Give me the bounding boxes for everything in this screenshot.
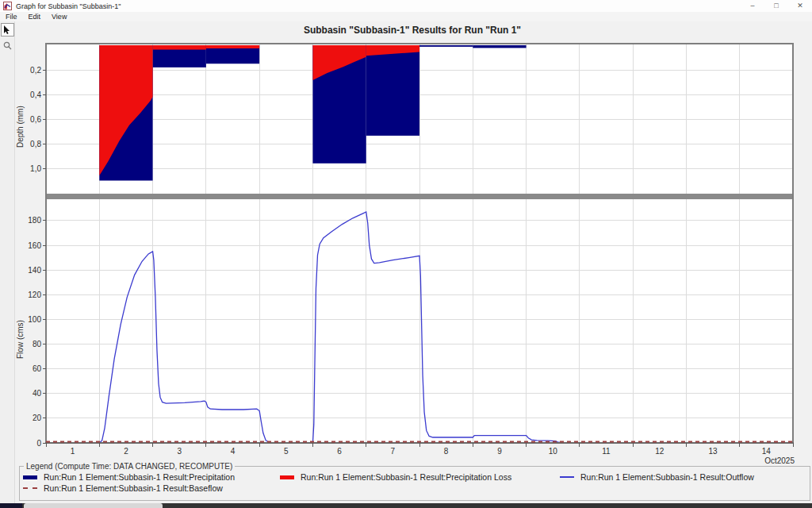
day-label: 6 xyxy=(337,447,342,456)
precipitation-loss-area xyxy=(153,45,206,49)
flow-tick-label: 140 xyxy=(28,266,41,275)
day-label: 4 xyxy=(231,447,236,456)
legend-box: Legend (Compute Time: DATA CHANGED, RECO… xyxy=(19,462,810,501)
day-label: 10 xyxy=(549,447,558,456)
precipitation-loss-swatch-icon xyxy=(280,475,294,479)
panel-divider xyxy=(45,194,794,199)
depth-tick-label: 0,2 xyxy=(30,66,41,75)
flow-tick-label: 20 xyxy=(33,414,42,422)
depth-tick-label: 0,8 xyxy=(30,140,41,148)
outflow-swatch-icon xyxy=(560,476,574,478)
day-label: 13 xyxy=(709,447,718,456)
legend-item-precipitation-loss: Run:Run 1 Element:Subbasin-1 Result:Prec… xyxy=(280,472,560,482)
flow-tick-label: 120 xyxy=(28,291,41,299)
depth-tick-label: 1,0 xyxy=(30,164,41,173)
legend-label: Run:Run 1 Element:Subbasin-1 Result:Prec… xyxy=(44,472,235,482)
flow-tick-label: 60 xyxy=(33,364,42,373)
depth-tick-label: 0,6 xyxy=(30,115,41,124)
legend-label: Run:Run 1 Element:Subbasin-1 Result:Outf… xyxy=(580,472,754,482)
legend-label: Run:Run 1 Element:Subbasin-1 Result:Base… xyxy=(44,483,223,493)
taskbar xyxy=(0,503,812,508)
taskbar-window-button[interactable] xyxy=(24,503,163,508)
legend-item-outflow: Run:Run 1 Element:Subbasin-1 Result:Outf… xyxy=(560,472,806,482)
flow-tick-label: 180 xyxy=(28,216,41,225)
flow-tick-label: 160 xyxy=(28,241,41,250)
precipitation-bar xyxy=(419,45,473,47)
baseflow-swatch-icon xyxy=(23,487,37,489)
day-label: 3 xyxy=(177,447,182,456)
chart-title: Subbasin "Subbasin-1" Results for Run "R… xyxy=(14,25,810,36)
precipitation-bar xyxy=(473,45,526,48)
taskbar-left-segment xyxy=(0,503,22,508)
depth-axis-label: Depth (mm) xyxy=(16,106,25,148)
precipitation-loss-area xyxy=(206,45,259,48)
day-label: 2 xyxy=(124,447,128,456)
legend-title: Legend (Compute Time: DATA CHANGED, RECO… xyxy=(24,462,235,471)
legend-label: Run:Run 1 Element:Subbasin-1 Result:Prec… xyxy=(301,472,511,482)
flow-axis-label: Flow (cms) xyxy=(16,320,25,359)
precipitation-swatch-icon xyxy=(23,475,37,479)
legend-item-baseflow: Run:Run 1 Element:Subbasin-1 Result:Base… xyxy=(23,483,280,493)
day-label: 5 xyxy=(284,447,289,456)
legend-grid: Run:Run 1 Element:Subbasin-1 Result:Prec… xyxy=(23,471,806,494)
precipitation-bar xyxy=(366,45,419,136)
day-label: 14 xyxy=(762,447,772,456)
day-label: 7 xyxy=(391,447,396,456)
day-label: 8 xyxy=(444,447,449,456)
flow-tick-label: 80 xyxy=(33,340,42,348)
flow-tick-label: 100 xyxy=(28,315,41,324)
flow-tick-label: 40 xyxy=(33,389,42,398)
day-label: 11 xyxy=(602,447,611,456)
day-label: 1 xyxy=(71,447,75,456)
flow-tick-label: 0 xyxy=(36,439,41,448)
day-label: 9 xyxy=(497,447,502,456)
legend-item-precipitation: Run:Run 1 Element:Subbasin-1 Result:Prec… xyxy=(23,472,280,482)
depth-tick-label: 0,4 xyxy=(30,90,41,99)
day-label: 12 xyxy=(655,447,665,456)
app-window: Graph for Subbasin "Subbasin-1" – □ ✕ Fi… xyxy=(0,0,812,508)
plot-svg: 0,20,40,60,81,00204060801001201401601801… xyxy=(0,0,812,508)
